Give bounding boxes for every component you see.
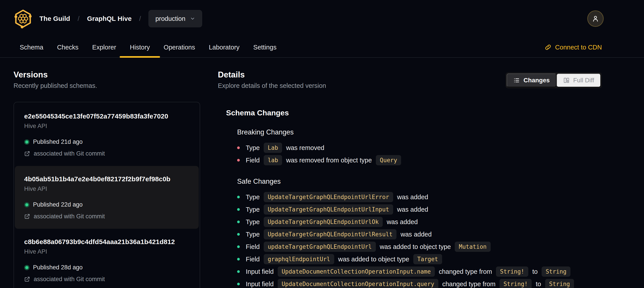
change-item: Type UpdateTargetGraphQLEndpointUrlInput…: [237, 203, 602, 216]
bullet-dot: [237, 270, 240, 273]
change-item: Type Lab was removed: [237, 142, 602, 154]
version-card[interactable]: e2e55045345ce13fe07f52a77459b83fa3fe7020…: [15, 103, 199, 166]
code-badge: Lab: [264, 143, 282, 153]
versions-subtitle: Recently published schemas.: [14, 82, 200, 89]
code-badge: Mutation: [455, 242, 490, 252]
code-badge: String!: [496, 266, 528, 277]
code-badge: UpdateTargetGraphQLEndpointUrlOk: [264, 217, 383, 227]
code-badge: Query: [376, 155, 401, 165]
user-icon: [592, 15, 600, 23]
changes-view-button[interactable]: Changes: [506, 74, 556, 87]
change-item: Field updateTargetGraphQLEndpointUrl was…: [237, 240, 602, 253]
full-diff-view-button[interactable]: Full Diff: [556, 74, 601, 87]
git-commit-link[interactable]: associated with Git commit: [24, 213, 190, 220]
change-item: Field lab was removed from object type Q…: [237, 154, 602, 166]
version-status-text: Published 22d ago: [33, 201, 83, 208]
tab-explorer[interactable]: Explorer: [92, 37, 116, 57]
git-commit-text: associated with Git commit: [34, 150, 105, 157]
tab-operations[interactable]: Operations: [164, 37, 195, 57]
avatar[interactable]: [587, 11, 604, 27]
change-list: Type UpdateTargetGraphQLEndpointUrlError…: [237, 191, 602, 288]
change-text: Field: [246, 157, 262, 164]
version-service: Hive API: [24, 248, 190, 255]
code-badge: Target: [413, 254, 442, 264]
connect-to-cdn-label: Connect to CDN: [555, 44, 602, 51]
version-status-text: Published 21d ago: [33, 138, 83, 145]
code-badge: UpdateDocumentCollectionOperationInput.q…: [278, 279, 438, 288]
change-text: Input field: [246, 280, 276, 288]
code-badge: String: [545, 279, 574, 288]
tab-schema[interactable]: Schema: [20, 37, 43, 57]
connect-to-cdn-link[interactable]: Connect to CDN: [544, 44, 602, 51]
git-commit-link[interactable]: associated with Git commit: [24, 150, 190, 157]
change-text: was removed from object type: [284, 157, 374, 164]
nav-bar: SchemaChecksExplorerHistoryOperationsLab…: [0, 37, 644, 58]
bullet-dot: [237, 196, 240, 198]
change-text: was added: [395, 193, 428, 201]
published-status-dot: [24, 202, 30, 207]
change-text: was removed: [284, 144, 324, 152]
change-text: was added: [395, 206, 428, 213]
code-badge: String: [542, 266, 570, 277]
tab-history[interactable]: History: [130, 37, 150, 57]
code-badge: UpdateTargetGraphQLEndpointUrlResult: [264, 229, 397, 239]
details-header: Details Explore details of the selected …: [218, 70, 602, 89]
breadcrumb-separator: /: [139, 15, 141, 23]
full-diff-view-label: Full Diff: [573, 77, 594, 84]
change-text: Input field: [246, 268, 276, 275]
schema-changes: Schema Changes Breaking ChangesType Lab …: [226, 109, 602, 288]
change-section-safe: Safe ChangesType UpdateTargetGraphQLEndp…: [237, 177, 602, 288]
bullet-list-icon: [513, 77, 520, 84]
main-content: Versions Recently published schemas. e2e…: [0, 58, 644, 288]
change-item: Type UpdateTargetGraphQLEndpointUrlError…: [237, 191, 602, 203]
git-commit-text: associated with Git commit: [34, 276, 105, 283]
change-text: was added to object type: [336, 256, 411, 263]
versions-panel: Versions Recently published schemas. e2e…: [14, 70, 200, 288]
split-columns-icon: [563, 77, 570, 84]
version-status-text: Published 28d ago: [33, 264, 83, 271]
git-commit-text: associated with Git commit: [34, 213, 105, 220]
view-toggle: Changes Full Diff: [506, 72, 602, 88]
details-title: Details: [218, 70, 326, 79]
tab-checks[interactable]: Checks: [57, 37, 78, 57]
section-title: Breaking Changes: [237, 128, 602, 136]
tab-laboratory[interactable]: Laboratory: [209, 37, 240, 57]
change-text: Field: [246, 256, 262, 263]
hive-logo-icon[interactable]: [14, 9, 32, 29]
changes-view-label: Changes: [524, 77, 550, 84]
version-hash: c8b6e88a06793b9c4dfd54aaa21b36a1b421d812: [24, 238, 190, 246]
change-sections: Breaking ChangesType Lab was removedFiel…: [226, 128, 602, 288]
change-text: was added: [399, 231, 432, 238]
published-status-dot-inner: [25, 203, 28, 206]
breadcrumb-separator: /: [78, 15, 79, 23]
change-text: Type: [246, 206, 262, 213]
version-card[interactable]: 4b05ab51b1b4a7e2e4b0ef82172f2b9f7ef98c0b…: [15, 166, 199, 229]
external-link-icon: [24, 276, 30, 282]
version-service: Hive API: [24, 123, 190, 130]
change-item: Type UpdateTargetGraphQLEndpointUrlResul…: [237, 228, 602, 240]
version-status: Published 28d ago: [24, 264, 190, 271]
published-status-dot-inner: [25, 266, 28, 269]
details-subtitle: Explore details of the selected version: [218, 82, 326, 89]
change-text: Type: [246, 231, 262, 238]
change-text: was added to object type: [378, 243, 453, 250]
bullet-dot: [237, 233, 240, 236]
external-link-icon: [24, 213, 30, 219]
change-text: Type: [246, 218, 262, 226]
change-text: Type: [246, 144, 262, 152]
change-text: Field: [246, 243, 262, 250]
tab-settings[interactable]: Settings: [253, 37, 276, 57]
code-badge: UpdateTargetGraphQLEndpointUrlError: [264, 192, 393, 202]
change-section-breaking: Breaking ChangesType Lab was removedFiel…: [237, 128, 602, 166]
version-card[interactable]: c8b6e88a06793b9c4dfd54aaa21b36a1b421d812…: [15, 229, 199, 288]
versions-title: Versions: [14, 70, 200, 79]
git-commit-link[interactable]: associated with Git commit: [24, 276, 190, 283]
section-title: Safe Changes: [237, 177, 602, 185]
bullet-dot: [237, 258, 240, 260]
environment-selector[interactable]: production: [148, 10, 202, 27]
breadcrumb-org[interactable]: The Guild: [40, 15, 70, 23]
breadcrumb-project[interactable]: GraphQL Hive: [87, 15, 132, 23]
external-link-icon: [24, 151, 30, 157]
change-text: to: [534, 280, 543, 288]
change-item: Field graphqlEndpointUrl was added to ob…: [237, 253, 602, 265]
